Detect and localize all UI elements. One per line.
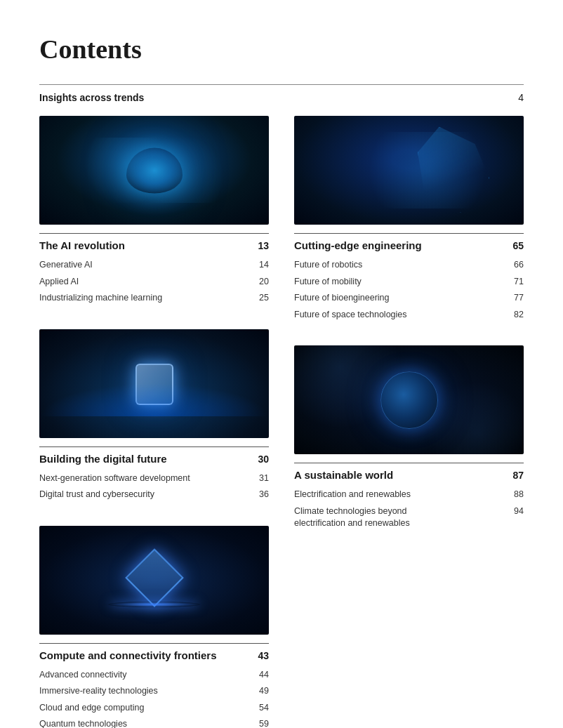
engineering-sub-items: Future of robotics66Future of mobility71… — [294, 257, 524, 323]
list-item: Immersive-reality technologies49 — [39, 683, 269, 700]
sustainable-header-row: A sustainable world87 — [294, 463, 524, 481]
sub-item-label: Immersive-reality technologies — [39, 685, 158, 698]
list-item: Climate technologies beyond electrificat… — [294, 503, 524, 532]
sub-item-label: Generative AI — [39, 259, 93, 272]
section-engineering: Cutting-edge engineering65Future of robo… — [294, 116, 524, 323]
sub-item-label: Future of space technologies — [294, 309, 407, 322]
sub-item-label: Applied AI — [39, 276, 79, 289]
ai-image — [39, 116, 269, 225]
engineering-title: Cutting-edge engineering — [294, 239, 422, 251]
sub-item-label: Climate technologies beyond electrificat… — [294, 505, 449, 530]
compute-sub-items: Advanced connectivity44Immersive-reality… — [39, 667, 269, 729]
page-title: Contents — [39, 34, 524, 65]
sub-item-label: Next-generation software development — [39, 472, 190, 485]
sustainable-image — [294, 345, 524, 454]
list-item: Industrializing machine learning25 — [39, 290, 269, 307]
right-column: Cutting-edge engineering65Future of robo… — [294, 116, 524, 728]
engineering-header-row: Cutting-edge engineering65 — [294, 233, 524, 251]
list-item: Future of space technologies82 — [294, 307, 524, 324]
list-item: Advanced connectivity44 — [39, 667, 269, 684]
sub-item-label: Digital trust and cybersecurity — [39, 489, 154, 501]
compute-header-row: Compute and connectivity frontiers43 — [39, 643, 269, 661]
compute-image — [39, 526, 269, 635]
sub-item-label: Future of bioengineering — [294, 292, 390, 305]
sub-item-page: 82 — [506, 310, 524, 319]
insights-label: Insights across trends — [39, 92, 144, 103]
sub-item-page: 44 — [251, 670, 269, 680]
sub-item-page: 49 — [251, 686, 269, 696]
page: Contents Insights across trends 4 The AI… — [0, 0, 563, 728]
list-item: Future of robotics66 — [294, 257, 524, 274]
sub-item-label: Electrification and renewables — [294, 489, 411, 501]
ai-sub-items: Generative AI14Applied AI20Industrializi… — [39, 257, 269, 307]
digital-page-num: 30 — [258, 454, 269, 465]
sub-item-label: Cloud and edge computing — [39, 702, 144, 715]
sub-item-page: 54 — [251, 703, 269, 713]
sustainable-title: A sustainable world — [294, 469, 393, 481]
content-columns: The AI revolution13Generative AI14Applie… — [39, 116, 524, 728]
sub-item-page: 25 — [251, 293, 269, 303]
list-item: Applied AI20 — [39, 274, 269, 291]
sub-item-label: Quantum technologies — [39, 718, 127, 728]
sub-item-page: 71 — [506, 277, 524, 286]
list-item: Future of bioengineering77 — [294, 290, 524, 307]
list-item: Quantum technologies59 — [39, 716, 269, 728]
digital-sub-items: Next-generation software development31Di… — [39, 470, 269, 503]
list-item: Future of mobility71 — [294, 274, 524, 291]
section-digital: Building the digital future30Next-genera… — [39, 329, 269, 503]
engineering-page-num: 65 — [512, 240, 524, 251]
list-item: Generative AI14 — [39, 257, 269, 274]
digital-header-row: Building the digital future30 — [39, 446, 269, 465]
sub-item-page: 20 — [251, 277, 269, 286]
engineering-image — [294, 116, 524, 225]
ai-page-num: 13 — [258, 240, 269, 251]
compute-title: Compute and connectivity frontiers — [39, 649, 217, 661]
section-compute: Compute and connectivity frontiers43Adva… — [39, 526, 269, 729]
sub-item-page: 59 — [251, 719, 269, 728]
digital-title: Building the digital future — [39, 453, 167, 465]
list-item: Digital trust and cybersecurity36 — [39, 487, 269, 503]
list-item: Cloud and edge computing54 — [39, 700, 269, 717]
list-item: Next-generation software development31 — [39, 470, 269, 487]
sub-item-page: 88 — [506, 489, 524, 499]
sub-item-label: Future of mobility — [294, 276, 362, 289]
insights-row: Insights across trends 4 — [39, 84, 524, 103]
sub-item-page: 77 — [506, 293, 524, 303]
sub-item-page: 14 — [251, 260, 269, 270]
digital-image — [39, 329, 269, 438]
section-sustainable: A sustainable world87Electrification and… — [294, 345, 524, 532]
compute-page-num: 43 — [258, 650, 269, 661]
sub-item-label: Advanced connectivity — [39, 669, 126, 682]
ai-title: The AI revolution — [39, 239, 125, 251]
ai-header-row: The AI revolution13 — [39, 233, 269, 251]
insights-page: 4 — [518, 92, 524, 103]
list-item: Electrification and renewables88 — [294, 487, 524, 503]
sub-item-page: 66 — [506, 260, 524, 270]
sub-item-label: Future of robotics — [294, 259, 362, 272]
sustainable-page-num: 87 — [512, 470, 524, 481]
sustainable-sub-items: Electrification and renewables88Climate … — [294, 487, 524, 532]
sub-item-page: 31 — [251, 473, 269, 483]
sub-item-page: 36 — [251, 489, 269, 499]
left-column: The AI revolution13Generative AI14Applie… — [39, 116, 269, 728]
section-ai: The AI revolution13Generative AI14Applie… — [39, 116, 269, 307]
sub-item-label: Industrializing machine learning — [39, 292, 162, 305]
sub-item-page: 94 — [506, 506, 524, 516]
